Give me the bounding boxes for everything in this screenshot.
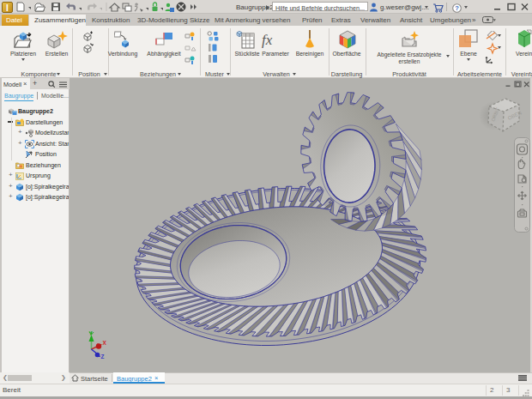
svg-text:?: ? (455, 4, 459, 12)
